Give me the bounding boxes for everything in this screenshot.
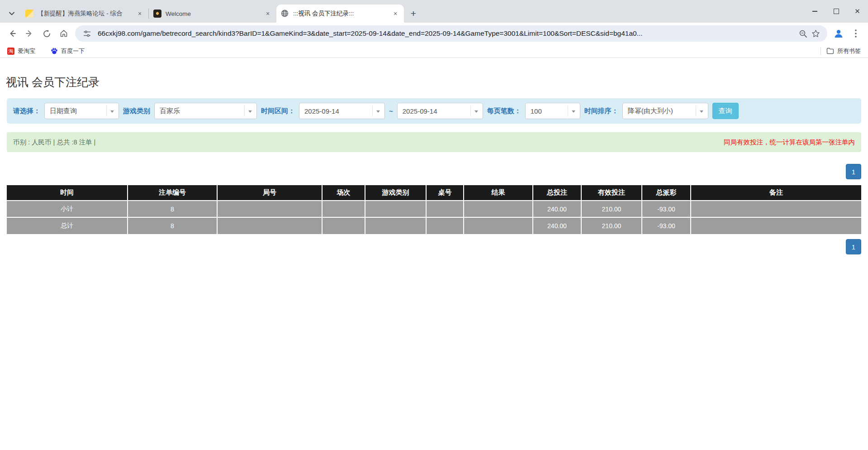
browser-menu-button[interactable] <box>847 25 864 42</box>
all-bookmarks-label: 所有书签 <box>837 47 861 55</box>
welcome-favicon-icon <box>153 10 161 18</box>
column-header: 场次 <box>322 185 365 201</box>
reload-icon <box>43 29 51 38</box>
footer-payout-cell: -93.00 <box>642 217 691 234</box>
footer-empty-cell <box>365 217 426 234</box>
taobao-icon: 淘 <box>7 48 14 55</box>
footer-empty-cell <box>691 217 861 234</box>
globe-favicon-icon <box>281 10 289 18</box>
table-footer-row: 总计8240.00210.00-93.00 <box>7 217 861 234</box>
date-end-dropdown[interactable]: 2025-09-14 <box>397 103 483 119</box>
date-start-dropdown[interactable]: 2025-09-14 <box>299 103 385 119</box>
bookmark-star-icon[interactable] <box>809 27 822 40</box>
url-text[interactable]: 66cxkj98.com/game/betrecord_search/kind3… <box>98 29 797 38</box>
window-close-button[interactable]: ✕ <box>847 0 868 23</box>
column-header: 局号 <box>217 185 322 201</box>
footer-empty-cell <box>322 217 365 234</box>
table-header-row: 时间注单编号局号场次游戏类别桌号结果总投注有效投注总派彩备注 <box>7 185 861 201</box>
sort-label: 时间排序： <box>584 107 618 115</box>
bookmark-aitaobao[interactable]: 淘 爱淘宝 <box>5 46 37 57</box>
footer-total-bet-cell: 240.00 <box>533 201 581 217</box>
footer-label-cell: 总计 <box>7 217 128 234</box>
bet-records-table: 时间注单编号局号场次游戏类别桌号结果总投注有效投注总派彩备注 小计8240.00… <box>7 185 861 234</box>
new-tab-button[interactable]: + <box>407 7 420 20</box>
footer-valid-bet-cell: 210.00 <box>581 201 642 217</box>
currency-total-text: 币别 : 人民币 | 总共 :8 注单 | <box>13 138 95 147</box>
footer-label-cell: 小计 <box>7 201 128 217</box>
back-button[interactable] <box>4 25 21 42</box>
maximize-button[interactable] <box>825 0 847 23</box>
all-bookmarks-button[interactable]: 所有书签 <box>825 47 863 55</box>
forward-button[interactable] <box>21 25 38 42</box>
sort-value: 降幂(由大到小) <box>628 107 673 115</box>
minimize-button[interactable] <box>804 0 825 23</box>
browser-tab-welcome[interactable]: Welcome × <box>149 5 276 23</box>
column-header: 备注 <box>691 185 861 201</box>
bookmark-baidu[interactable]: 百度一下 <box>49 46 86 57</box>
range-separator: ~ <box>389 107 393 115</box>
footer-empty-cell <box>217 217 322 234</box>
footer-empty-cell <box>464 201 533 217</box>
tab-close-icon[interactable]: × <box>264 10 272 18</box>
footer-empty-cell <box>322 201 365 217</box>
home-button[interactable] <box>55 25 72 42</box>
bookmark-label: 百度一下 <box>61 47 85 55</box>
game-kind-value: 百家乐 <box>160 107 180 115</box>
profile-avatar[interactable] <box>830 25 847 42</box>
valid-bet-notice: 同局有效投注，统一计算在该局第一张注单内 <box>724 138 855 147</box>
query-button[interactable]: 查询 <box>712 103 739 119</box>
tab-search-button[interactable] <box>3 5 21 23</box>
column-header: 有效投注 <box>581 185 642 201</box>
bookmarks-divider <box>821 47 821 55</box>
date-range-label: 时间区间： <box>261 107 295 115</box>
tab-strip: 【新提醒】海燕策略论坛 - 综合 × Welcome × :::视讯 会员下注纪… <box>0 0 868 23</box>
folder-icon <box>826 48 834 54</box>
query-type-dropdown[interactable]: 日期查询 <box>44 103 119 119</box>
forum-favicon-icon <box>25 10 33 18</box>
footer-empty-cell <box>691 201 861 217</box>
address-bar[interactable]: 66cxkj98.com/game/betrecord_search/kind3… <box>75 25 827 42</box>
reload-button[interactable] <box>38 25 55 42</box>
game-kind-label: 游戏类别 <box>123 107 150 115</box>
footer-payout-cell: -93.00 <box>642 201 691 217</box>
zoom-icon[interactable] <box>797 27 809 40</box>
browser-tab-betrecord[interactable]: :::视讯 会员下注纪录::: × <box>276 5 404 23</box>
chevron-down-icon <box>9 12 14 15</box>
page-1-button[interactable]: 1 <box>846 239 861 254</box>
footer-empty-cell <box>426 201 464 217</box>
date-end-value: 2025-09-14 <box>403 107 437 115</box>
browser-window: 【新提醒】海燕策略论坛 - 综合 × Welcome × :::视讯 会员下注纪… <box>0 0 868 58</box>
column-header: 总投注 <box>533 185 581 201</box>
query-type-value: 日期查询 <box>50 107 77 115</box>
per-page-dropdown[interactable]: 100 <box>525 103 580 119</box>
back-arrow-icon <box>8 29 17 38</box>
page-1-button[interactable]: 1 <box>846 164 861 179</box>
browser-toolbar: 66cxkj98.com/game/betrecord_search/kind3… <box>0 23 868 44</box>
bookmark-label: 爱淘宝 <box>18 47 35 55</box>
sort-dropdown[interactable]: 降幂(由大到小) <box>622 103 708 119</box>
column-header: 桌号 <box>426 185 464 201</box>
column-header: 结果 <box>464 185 533 201</box>
tab-close-icon[interactable]: × <box>391 10 399 18</box>
summary-bar: 币别 : 人民币 | 总共 :8 注单 | 同局有效投注，统一计算在该局第一张注… <box>7 132 861 152</box>
footer-empty-cell <box>365 201 426 217</box>
forward-arrow-icon <box>25 29 34 38</box>
site-settings-icon[interactable] <box>81 27 93 40</box>
column-header: 总派彩 <box>642 185 691 201</box>
bookmarks-bar: 淘 爱淘宝 百度一下 所有书签 <box>0 44 868 58</box>
game-kind-dropdown[interactable]: 百家乐 <box>154 103 257 119</box>
baidu-paw-icon <box>51 48 58 55</box>
select-type-label: 请选择： <box>13 107 40 115</box>
filter-panel: 请选择： 日期查询 游戏类别 百家乐 时间区间： 2025-09-14 ~ 20… <box>7 98 861 124</box>
tab-close-icon[interactable]: × <box>136 10 144 18</box>
tab-title: :::视讯 会员下注纪录::: <box>293 10 391 18</box>
footer-empty-cell <box>464 217 533 234</box>
window-controls: ✕ <box>804 0 868 23</box>
browser-tab-forum[interactable]: 【新提醒】海燕策略论坛 - 综合 × <box>21 5 148 23</box>
tab-title: Welcome <box>166 10 264 17</box>
per-page-value: 100 <box>531 107 542 115</box>
page-title: 视讯 会员下注纪录 <box>6 75 868 90</box>
footer-total-bet-cell: 240.00 <box>533 217 581 234</box>
column-header: 时间 <box>7 185 128 201</box>
footer-count-cell: 8 <box>128 217 217 234</box>
